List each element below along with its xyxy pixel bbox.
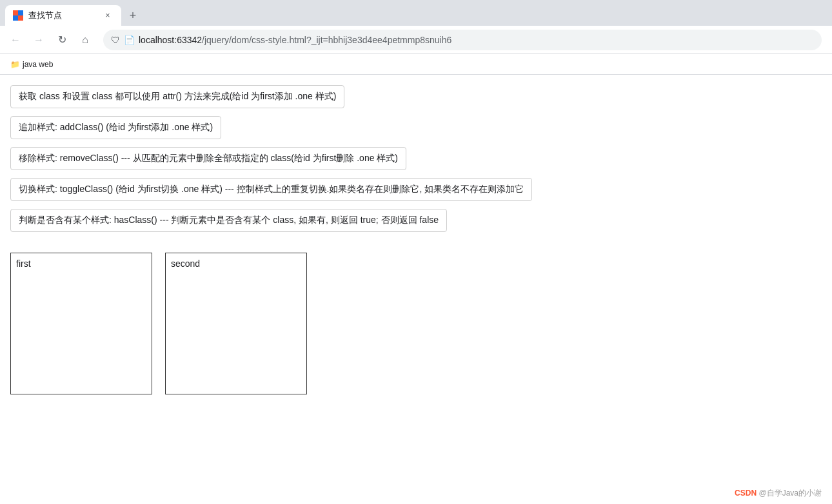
info-box-4: 判断是否含有某个样式: hasClass() --- 判断元素中是否含有某个 c… <box>10 209 447 232</box>
bookmark-label: java web <box>23 60 53 69</box>
page-icon: 📄 <box>124 35 135 45</box>
reload-button[interactable]: ↻ <box>52 30 72 50</box>
info-box-1: 追加样式: addClass() (给id 为first添加 .one 样式) <box>10 116 221 139</box>
tab-favicon <box>13 10 23 21</box>
back-button[interactable]: ← <box>5 30 26 50</box>
new-tab-button[interactable]: + <box>124 6 142 24</box>
forward-button[interactable]: → <box>28 30 49 50</box>
active-tab[interactable]: 查找节点 × <box>5 5 121 26</box>
demo-box-second: second <box>165 253 307 394</box>
page-content: 获取 class 和设置 class 都可以使用 attr() 方法来完成(给i… <box>0 75 832 504</box>
demo-box-second-label: second <box>171 258 200 269</box>
bookmark-java-web[interactable]: 📁 java web <box>5 59 58 70</box>
svg-rect-1 <box>18 10 23 15</box>
bookmarks-bar: 📁 java web <box>0 54 832 75</box>
tab-bar: 查找节点 × + <box>0 0 832 26</box>
tab-title: 查找节点 <box>28 10 97 21</box>
info-box-2: 移除样式: removeClass() --- 从匹配的元素中删除全部或指定的 … <box>10 147 406 170</box>
security-shield-icon: 🛡 <box>111 35 120 45</box>
demo-box-first: first <box>10 253 152 394</box>
info-box-3: 切换样式: toggleClass() (给id 为first切换 .one 样… <box>10 178 532 201</box>
tab-close-button[interactable]: × <box>102 10 114 21</box>
browser-window: 查找节点 × + ← → ↻ ⌂ 🛡 📄 localhost:63342/jqu… <box>0 0 832 504</box>
home-button[interactable]: ⌂ <box>75 30 95 50</box>
info-box-0: 获取 class 和设置 class 都可以使用 attr() 方法来完成(给i… <box>10 85 344 108</box>
demo-box-first-label: first <box>16 258 31 269</box>
url-hostname: localhost:63342 <box>139 35 202 45</box>
folder-icon: 📁 <box>10 60 20 69</box>
csdn-brand-label: CSDN <box>735 489 757 498</box>
address-bar[interactable]: 🛡 📄 localhost:63342/jquery/dom/css-style… <box>103 30 822 50</box>
url-display: localhost:63342/jquery/dom/css-style.htm… <box>139 35 814 45</box>
url-path: /jquery/dom/css-style.html?_ijt=hbhij3e3… <box>202 35 451 45</box>
author-label: @自学Java的小谢 <box>758 489 822 498</box>
svg-rect-2 <box>13 15 18 21</box>
svg-rect-3 <box>18 15 23 21</box>
svg-rect-0 <box>13 10 18 15</box>
page-footer: CSDN @自学Java的小谢 <box>735 488 822 499</box>
navigation-bar: ← → ↻ ⌂ 🛡 📄 localhost:63342/jquery/dom/c… <box>0 26 832 54</box>
demo-boxes-container: first second <box>10 253 822 394</box>
